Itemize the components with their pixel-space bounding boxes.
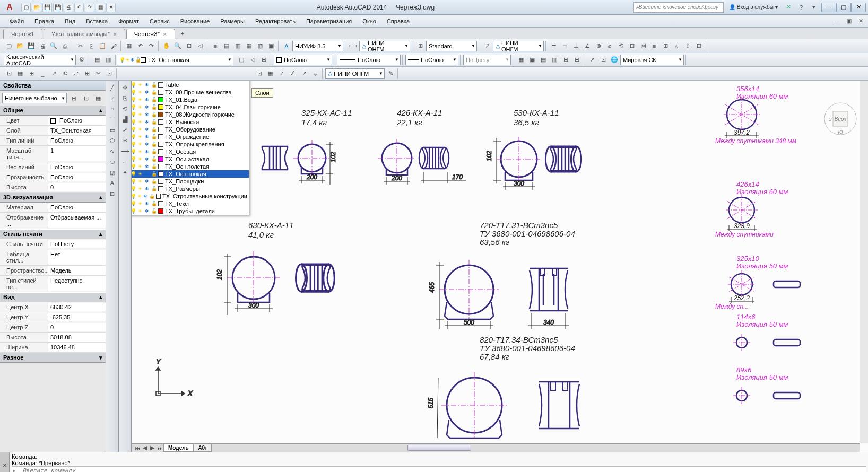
menu-dim[interactable]: Размеры <box>215 16 250 27</box>
line-icon[interactable]: ╱ <box>108 83 117 92</box>
move-icon[interactable]: ✥ <box>120 83 130 92</box>
copy-icon[interactable]: ⎘ <box>86 41 97 51</box>
g5-icon[interactable]: ⊞ <box>560 55 571 65</box>
menu-edit[interactable]: Правка <box>29 16 59 27</box>
prop-row[interactable]: Ширина10346.48 <box>0 343 106 353</box>
prop-row[interactable]: Центр X6630.42 <box>0 302 106 312</box>
layer-row[interactable]: 💡☀❄🔓ТХ_Строительные конструкции <box>132 193 249 200</box>
prop-row[interactable]: Пространство...Модель <box>0 266 106 276</box>
tab-close-icon[interactable]: ✕ <box>163 32 167 37</box>
paste-icon[interactable]: 📋 <box>97 41 108 51</box>
laymgr-icon[interactable]: ⊞ <box>258 55 269 65</box>
dimstyle-combo[interactable]: △ НИПИ ОНГМ▼ <box>359 41 410 51</box>
m1-icon[interactable]: ⊡ <box>4 68 14 79</box>
pan-icon[interactable]: ✋ <box>161 41 172 51</box>
new-icon[interactable]: ▢ <box>21 3 31 12</box>
layer-row[interactable]: 💡☀❄🔓ТХ_Оси эстакад <box>132 155 249 163</box>
menu-modify[interactable]: Редактировать <box>250 16 301 27</box>
trim-icon[interactable]: ✂ <box>120 136 130 145</box>
tab-prev-icon[interactable]: ◀ <box>141 444 149 452</box>
tab-last-icon[interactable]: ⏭ <box>156 444 163 452</box>
selection-combo[interactable]: Ничего не выбрано▼ <box>2 93 67 103</box>
qc-icon[interactable]: ▣ <box>266 41 276 51</box>
menu-file[interactable]: Файл <box>4 16 29 27</box>
prop-row[interactable]: Центр Y-625.35 <box>0 312 106 322</box>
menu-draw[interactable]: Рисование <box>175 16 215 27</box>
m9-icon[interactable]: ✂ <box>93 68 103 79</box>
arc-icon[interactable]: ⌒ <box>108 115 117 124</box>
g6-icon[interactable]: ⊟ <box>571 55 582 65</box>
prop-row[interactable]: Тип линийПоСлою <box>0 136 106 146</box>
lineweight-combo[interactable]: ПоСлою▼ <box>405 55 458 65</box>
fillet-icon[interactable]: ⌐ <box>120 157 130 167</box>
d13-icon[interactable]: ⟟ <box>682 41 693 51</box>
rotate-icon[interactable]: ⟲ <box>120 104 130 113</box>
prop-row[interactable]: Высота0 <box>0 182 106 193</box>
cmd-close-icon[interactable]: ✕ <box>0 452 10 472</box>
menu-param[interactable]: Параметризация <box>301 16 357 27</box>
ws-gear-icon[interactable]: ⚙ <box>76 55 87 65</box>
layer-row[interactable]: 💡☀❄🔓Table <box>132 81 249 89</box>
mleader-combo[interactable]: △ НИПИ ОНГМ▼ <box>493 41 544 51</box>
tablestyle-icon[interactable]: ⊞ <box>415 41 426 51</box>
prop-row[interactable]: Таблица стил...Нет <box>0 249 106 266</box>
circle-icon[interactable]: ○ <box>108 104 117 113</box>
command-input[interactable] <box>22 467 865 472</box>
menu-view[interactable]: Вид <box>59 16 81 27</box>
explode-icon[interactable]: ✦ <box>120 168 130 177</box>
hscroll-thumb[interactable] <box>407 445 471 451</box>
layout-tab-model[interactable]: Модель <box>163 444 194 452</box>
prop-section[interactable]: Вид▴ <box>0 292 106 302</box>
m7-icon[interactable]: ⇌ <box>71 68 81 79</box>
redo-icon[interactable]: ↷ <box>146 41 157 51</box>
doc-tab[interactable]: Узел налива амводы*✕ <box>44 29 125 39</box>
table-icon[interactable]: ⊞ <box>108 189 117 198</box>
prop-section[interactable]: Общие▴ <box>0 106 106 116</box>
zoom-win-icon[interactable]: ⊡ <box>184 41 194 51</box>
prop-row[interactable]: Высота5018.08 <box>0 333 106 343</box>
tab-first-icon[interactable]: ⏮ <box>134 444 141 452</box>
layer-row[interactable]: 💡☀❄🔓ТХ_Ограждение <box>132 133 249 141</box>
dimstyle-icon[interactable]: ⟼ <box>348 41 359 51</box>
layer-dropdown[interactable]: 💡☀❄🔓0💡☀❄🔓Defpoints💡☀❄🔓Table💡☀❄🔓ТХ_00.Про… <box>132 81 249 215</box>
doc-tab-active[interactable]: Чертеж3*✕ <box>126 29 175 39</box>
new-tab-icon[interactable]: + <box>177 28 188 39</box>
mleader-icon[interactable]: ↗ <box>482 41 492 51</box>
d8-icon[interactable]: ⊡ <box>627 41 637 51</box>
g4-icon[interactable]: ▥ <box>549 55 560 65</box>
quickselect-icon[interactable]: ⊞ <box>68 93 79 103</box>
prop-row[interactable]: СлойТХ_Осн.тонкая <box>0 126 106 136</box>
cut-icon[interactable]: ✂ <box>75 41 85 51</box>
rect-icon[interactable]: ▭ <box>108 125 117 135</box>
menu-insert[interactable]: Вставка <box>81 16 113 27</box>
layer-row[interactable]: 💡☀❄🔓ТХ_Осн.тонкая <box>132 170 249 178</box>
x3-icon[interactable]: ✓ <box>276 68 287 79</box>
tab-next-icon[interactable]: ▶ <box>149 444 156 452</box>
workspace-combo[interactable]: Классический AutoCAD▼ <box>4 55 76 65</box>
minimize-button[interactable]: — <box>821 3 836 12</box>
doc-restore-icon[interactable]: ▣ <box>844 16 854 27</box>
d6-icon[interactable]: ⌀ <box>604 41 615 51</box>
block-icon[interactable]: ▦ <box>124 41 134 51</box>
prop-row[interactable]: МатериалПоСлою <box>0 203 106 213</box>
d10-icon[interactable]: ≡ <box>649 41 659 51</box>
tab-close-icon[interactable]: ✕ <box>113 32 117 37</box>
doc-minimize-icon[interactable]: — <box>832 16 843 27</box>
redo-icon[interactable]: ↷ <box>85 3 94 12</box>
prop-row[interactable]: Масштаб типа...1 <box>0 146 106 162</box>
layer-row[interactable]: 💡☀❄🔓ТХ_Площадки <box>132 178 249 185</box>
m6-icon[interactable]: ⟲ <box>59 68 70 79</box>
g3-icon[interactable]: ▤ <box>538 55 549 65</box>
hscrollbar[interactable]: ⏮ ◀ ▶ ⏭ Модель А0г <box>132 443 860 452</box>
plotstyle-combo[interactable]: ПоЦвету▼ <box>463 55 511 65</box>
poly-icon[interactable]: ⬠ <box>108 136 117 145</box>
prop-row[interactable]: ПрозрачностьПоСлою <box>0 172 106 182</box>
prop-section[interactable]: Стиль печати▴ <box>0 229 106 239</box>
color-combo[interactable]: ПоСлою▼ <box>274 55 332 65</box>
tp-icon[interactable]: ▥ <box>232 41 243 51</box>
zoom-prev-icon[interactable]: ◁ <box>195 41 205 51</box>
d9-icon[interactable]: ⋈ <box>638 41 648 51</box>
d3-icon[interactable]: ⊥ <box>571 41 581 51</box>
layer-row[interactable]: 💡☀❄🔓ТХ_Осн.толстая <box>132 163 249 170</box>
vscrollbar[interactable] <box>860 81 868 443</box>
